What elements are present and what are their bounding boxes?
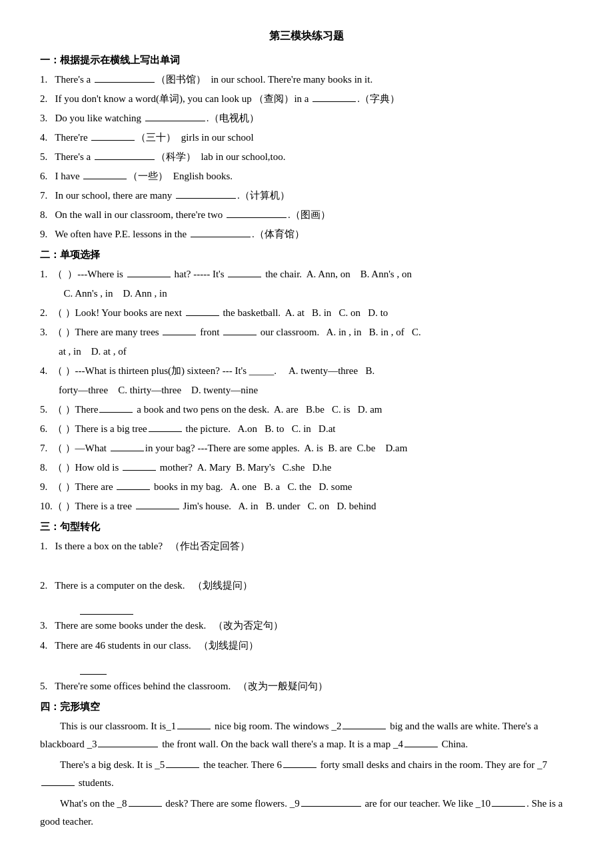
list-item: 9. We often have P.E. lessons in the .（体…	[40, 225, 573, 243]
list-item: 6. I have （一些） English books.	[40, 167, 573, 185]
list-item: 10.（ ）There is a tree Jim's house. A. in…	[40, 497, 573, 515]
list-item: 3. （ ）There are many trees front our cla…	[40, 323, 573, 341]
list-item: 2. （ ）Look! Your books are next the bask…	[40, 304, 573, 322]
fill-para3: What's on the _8 desk? There are some fl…	[40, 795, 573, 831]
list-item: 5. There's a （科学） lab in our school,too.	[40, 148, 573, 166]
list-item: 6. （ ）There is a big tree the picture. A…	[40, 420, 573, 438]
section2-header: 二：单项选择	[40, 246, 573, 264]
list-item: 9. （ ）There are books in my bag. A. one …	[40, 478, 573, 496]
section1-header: 一：根据提示在横线上写出单词	[40, 51, 573, 69]
list-item: 2. If you don't know a word(单词), you can…	[40, 90, 573, 108]
list-item: forty—three C. thirty—three D. twenty—ni…	[59, 381, 573, 399]
section4: 四：完形填空 This is our classroom. It is_1 ni…	[40, 698, 573, 831]
sentence-transform-item: 3. There are some books under the desk. …	[40, 617, 573, 635]
sentence-transform-item: 4. There are 46 students in our class. （…	[40, 637, 573, 675]
fill-para2: There's a big desk. It is _5 the teacher…	[40, 756, 573, 792]
list-item: 5. （ ）There a book and two pens on the d…	[40, 401, 573, 419]
list-item: 8. On the wall in our classroom, there'r…	[40, 206, 573, 224]
list-item: at , in D. at , of	[59, 343, 573, 361]
section4-header: 四：完形填空	[40, 698, 573, 716]
sentence-transform-item: 1. Is there a box on the table? （作出否定回答）	[40, 537, 573, 575]
section3: 三：句型转化 1. Is there a box on the table? （…	[40, 518, 573, 695]
list-item: 7. In our school, there are many .（计算机）	[40, 187, 573, 205]
section2: 二：单项选择 1. （ ）---Where is hat? ----- It's…	[40, 246, 573, 515]
list-item: C. Ann's , in D. Ann , in	[59, 285, 573, 303]
sentence-transform-item: 2. There is a computer on the desk. （划线提…	[40, 577, 573, 615]
list-item: 8. （ ）How old is mother? A. Mary B. Mary…	[40, 459, 573, 477]
list-item: 7. （ ）—What in your bag? ---There are so…	[40, 439, 573, 457]
list-item: 4. （ ）---What is thirteen plus(加) sixtee…	[40, 362, 573, 380]
list-item: 4. There're （三十） girls in our school	[40, 129, 573, 147]
section1: 一：根据提示在横线上写出单词 1. There's a （图书馆） in our…	[40, 51, 573, 243]
list-item: 1. There's a （图书馆） in our school. There'…	[40, 71, 573, 89]
list-item: 3. Do you like watching .（电视机）	[40, 109, 573, 127]
fill-para1: This is our classroom. It is_1 nice big …	[40, 717, 573, 753]
page-title: 第三模块练习题	[40, 27, 573, 46]
sentence-transform-item: 5. There're some offices behind the clas…	[40, 677, 573, 695]
section3-header: 三：句型转化	[40, 518, 573, 536]
list-item: 1. （ ）---Where is hat? ----- It's the ch…	[40, 265, 573, 283]
